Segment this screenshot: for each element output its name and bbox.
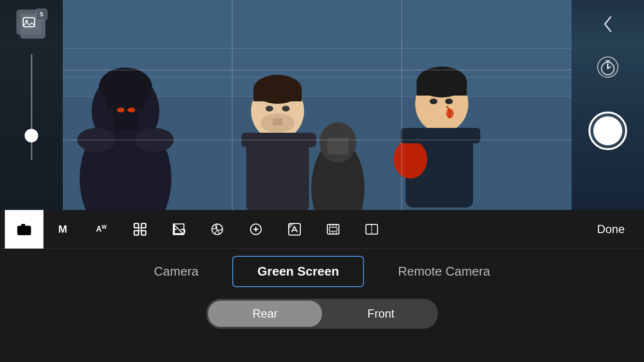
svg-rect-51	[141, 223, 146, 228]
split-icon	[365, 223, 378, 236]
tool-manual[interactable]: M	[43, 210, 82, 249]
zoom-slider[interactable]	[31, 54, 32, 189]
camera-switcher: Rear Front	[0, 294, 644, 333]
tool-exposure[interactable]	[159, 210, 198, 249]
svg-line-63	[215, 229, 217, 234]
aperture-icon	[210, 223, 224, 236]
svg-rect-30	[417, 82, 467, 96]
svg-point-12	[77, 128, 116, 152]
svg-rect-74	[333, 224, 334, 226]
svg-rect-48	[21, 224, 25, 226]
svg-point-33	[445, 98, 453, 104]
bottom-toolbar: M AW	[0, 210, 644, 362]
chevron-left-icon	[602, 14, 614, 34]
tool-aperture[interactable]	[198, 210, 237, 249]
svg-point-49	[28, 227, 30, 229]
shutter-inner	[593, 116, 622, 145]
svg-rect-79	[329, 227, 337, 231]
svg-rect-77	[333, 232, 334, 234]
camera-switcher-group: Rear Front	[206, 299, 438, 329]
svg-point-32	[430, 98, 437, 104]
effect-icon	[288, 223, 301, 236]
svg-rect-73	[329, 224, 331, 226]
svg-point-31	[446, 109, 454, 118]
focus-icon	[133, 223, 147, 236]
svg-rect-78	[336, 232, 337, 234]
tool-camera[interactable]	[5, 210, 43, 249]
tab-camera[interactable]: Camera	[130, 257, 223, 286]
svg-point-11	[127, 108, 135, 112]
tool-split[interactable]	[352, 210, 391, 249]
svg-rect-17	[253, 89, 302, 101]
svg-rect-25	[327, 138, 349, 154]
photos-stack[interactable]: 5	[16, 10, 46, 40]
done-button[interactable]: Done	[583, 223, 639, 236]
back-button[interactable]	[602, 14, 614, 37]
svg-rect-50	[134, 223, 139, 228]
camera-scene	[63, 0, 572, 210]
timer-button[interactable]	[597, 56, 618, 78]
svg-rect-53	[141, 231, 146, 235]
camera-tool-icon	[17, 223, 31, 236]
front-camera-button[interactable]: Front	[324, 299, 438, 329]
svg-rect-52	[134, 231, 139, 235]
tool-effect[interactable]	[275, 210, 314, 249]
right-panel	[572, 0, 644, 210]
tool-focus[interactable]	[121, 210, 159, 249]
svg-point-19	[282, 106, 290, 111]
svg-rect-21	[273, 118, 282, 125]
exposure-icon	[172, 223, 185, 236]
mode-tabs: Camera Green Screen Remote Camera	[0, 249, 644, 294]
svg-rect-9	[113, 104, 138, 130]
svg-point-18	[266, 106, 273, 111]
photos-count-badge: 5	[36, 9, 47, 20]
tool-zoom[interactable]	[237, 210, 275, 249]
filmstrip-icon	[326, 223, 340, 236]
svg-point-27	[393, 140, 427, 179]
svg-rect-76	[329, 232, 331, 234]
rear-camera-button[interactable]: Rear	[208, 301, 322, 327]
tool-auto-white-balance[interactable]: AW	[82, 210, 121, 249]
left-panel: 5	[0, 0, 63, 210]
shutter-button[interactable]	[588, 111, 627, 150]
svg-rect-22	[241, 133, 316, 147]
zoom-track	[31, 54, 32, 160]
timer-icon	[599, 58, 616, 76]
svg-rect-34	[401, 128, 480, 143]
zoom-icon	[249, 223, 263, 236]
tool-filmstrip[interactable]	[314, 210, 352, 249]
svg-rect-39	[23, 18, 34, 27]
svg-point-10	[117, 108, 125, 112]
viewfinder: 5	[0, 0, 644, 210]
tab-green-screen[interactable]: Green Screen	[232, 256, 364, 287]
svg-rect-75	[336, 224, 337, 226]
svg-point-54	[139, 228, 141, 231]
svg-point-13	[135, 128, 174, 152]
photo-icon	[22, 15, 36, 29]
tools-row: M AW	[0, 210, 644, 249]
zoom-thumb[interactable]	[25, 129, 38, 142]
tab-remote-camera[interactable]: Remote Camera	[374, 257, 514, 286]
